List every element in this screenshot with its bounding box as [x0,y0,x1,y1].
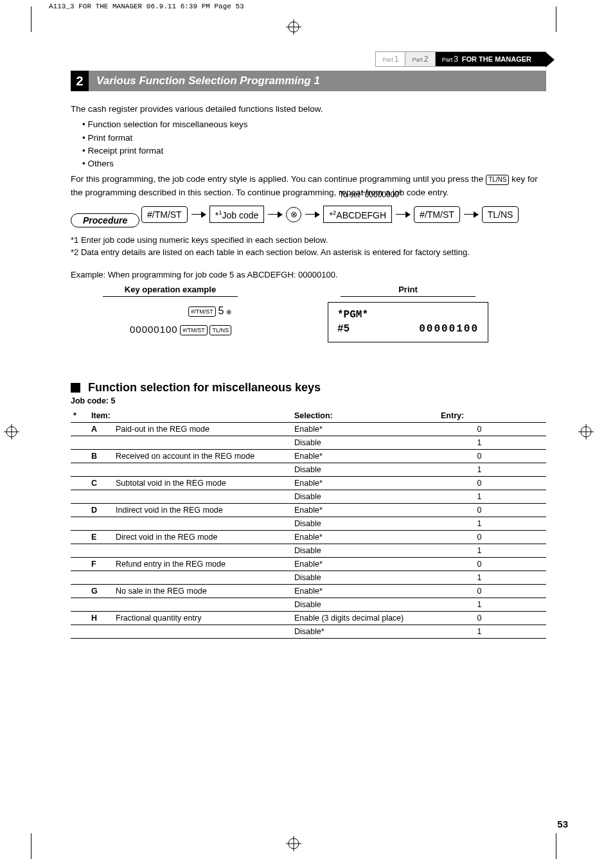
flow-jobcode: *1Job code [209,206,265,224]
table-row: Disable1 [71,571,546,584]
tab-part1: Part1 [375,51,405,67]
arrow-right-icon [464,214,478,215]
key-tlns: TL/NS [486,175,509,185]
intro-item: Receipt print format [82,145,546,157]
page-number: 53 [557,819,568,829]
subsection: Function selection for miscellaneous key… [71,381,546,639]
job-code-label: Job code: 5 [71,396,546,405]
table-row: Disable1 [71,544,546,557]
key-operation-header: Key operation example [103,285,238,297]
crop-mark [530,833,556,859]
arrow-right-icon [191,214,206,215]
table-row: GNo sale in the REG modeEnable*0 [71,584,546,598]
multiply-key-icon: ⊗ [286,207,301,222]
intro-item: Others [82,157,546,170]
subsection-title: Function selection for miscellaneous key… [71,381,546,394]
registration-mark-icon [578,424,594,439]
key-tmst: #/TM/ST [188,306,216,317]
table-row: Disable1 [71,598,546,611]
col-star-header: * [71,409,89,423]
print-receipt: *PGM* #5 00000100 [328,302,488,342]
key-tlns: TL/NS [209,325,231,335]
crop-mark [31,833,57,859]
table-row: CSubtotal void in the REG modeEnable*0 [71,476,546,490]
col-entry-header: Entry: [438,409,520,423]
table-row: EDirect void in the REG modeEnable*0 [71,530,546,544]
col-selection-header: Selection: [292,409,438,423]
example-intro: Example: When programming for job code 5… [71,270,546,279]
print-header: Print [341,285,475,297]
flow-abcdefgh: *2ABCDEFGH [323,206,392,224]
section-title: Various Function Selection Programming 1 [89,71,546,91]
intro-lead: The cash register provides various detai… [71,103,546,116]
table-row: Disable*1 [71,624,546,638]
arrow-right-icon [396,214,410,215]
table-row: APaid-out in the REG modeEnable*0 [71,422,546,436]
crop-mark [31,6,57,32]
table-row: Disable1 [71,517,546,530]
col-desc-header [113,409,292,423]
spec-table: * Item: Selection: Entry: APaid-out in t… [71,409,546,639]
registration-mark-icon [286,19,301,35]
col-item-header: Item: [89,409,113,423]
footnotes: *1 Enter job code using numeric keys spe… [71,235,546,258]
flow-key-tmst: #/TM/ST [141,206,188,223]
intro-text: The cash register provides various detai… [71,103,546,199]
intro-list: Function selection for miscellaneous key… [71,118,546,170]
prepress-header: A113_3 FOR THE MANAGER 06.9.11 6:39 PM P… [49,3,244,10]
tab-part3: Part3FOR THE MANAGER [435,51,546,67]
key-tmst: #/TM/ST [180,325,208,335]
table-row: HFractional quantity entryEnable (3 digi… [71,611,546,624]
crop-mark [530,6,556,32]
procedure-label: Procedure [71,213,139,227]
print-column: Print *PGM* #5 00000100 [308,285,508,342]
chevron-right-icon [546,52,555,67]
registration-mark-icon [286,836,301,851]
multiply-key-icon: ⊗ [226,308,231,315]
table-row: BReceived on account in the REG modeEnab… [71,449,546,463]
table-row: Disable1 [71,463,546,476]
table-row: DIndirect void in the REG modeEnable*0 [71,503,546,517]
intro-item: Print format [82,132,546,145]
section-heading: 2 Various Function Selection Programming… [71,71,546,91]
registration-mark-icon [4,424,19,439]
key-operation-column: Key operation example #/TM/ST 5 ⊗ 000001… [71,285,270,342]
table-row: FRefund entry in the REG modeEnable*0 [71,557,546,571]
key-operation-body: #/TM/ST 5 ⊗ 00000100 #/TM/ST TL/NS [71,302,270,338]
procedure-flow: #/TM/ST *1Job code ⊗ *2ABCDEFGH #/TM/ST … [141,206,546,224]
table-row: Disable1 [71,436,546,449]
section-number: 2 [71,71,89,91]
intro-item: Function selection for miscellaneous key… [82,118,546,131]
footnote: *1 Enter job code using numeric keys spe… [71,235,546,246]
page: A113_3 FOR THE MANAGER 06.9.11 6:39 PM P… [0,0,613,868]
arrow-right-icon [268,214,282,215]
example-row: Key operation example #/TM/ST 5 ⊗ 000001… [71,285,546,342]
square-bullet-icon [71,383,80,393]
tab-part2: Part2 [405,51,435,67]
part-tabs: Part1 Part2 Part3FOR THE MANAGER [71,51,546,67]
content-area: Part1 Part2 Part3FOR THE MANAGER 2 Vario… [71,51,546,639]
flow-key-tlns: TL/NS [482,206,519,223]
footnote: *2 Data entry details are listed on each… [71,247,546,258]
arrow-right-icon [305,214,319,215]
table-row: Disable1 [71,490,546,503]
flow-key-tmst: #/TM/ST [414,206,460,223]
